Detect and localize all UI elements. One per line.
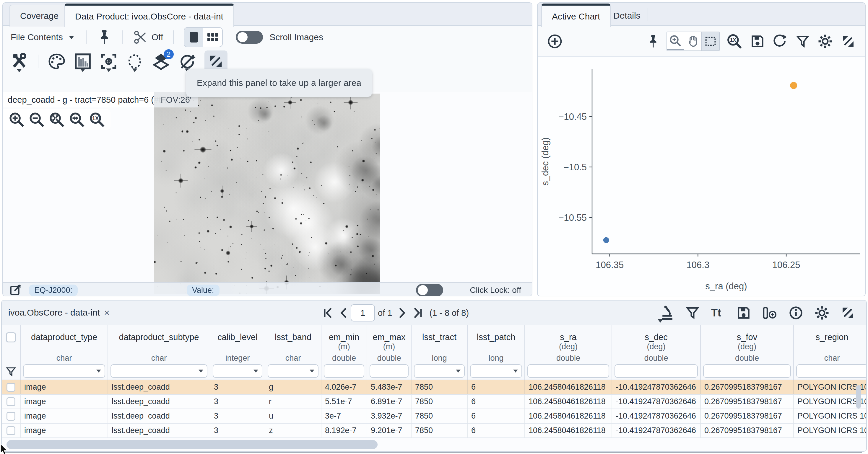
tab-coverage[interactable]: Coverage [9,5,69,27]
column-header-dataproduct_type[interactable]: dataproduct_typechar [21,325,108,380]
column-header-calib_level[interactable]: calib_levelinteger [210,325,265,380]
zoom-out-icon[interactable] [28,111,45,128]
filter-row-icon[interactable] [5,366,17,377]
column-filter-dataproduct_type[interactable] [23,364,105,378]
color-palette-icon[interactable] [48,53,66,70]
pin-chart-icon[interactable] [646,34,660,49]
click-lock-toggle[interactable] [416,284,443,296]
zoom-fill-icon[interactable] [68,111,85,128]
table-row[interactable]: imagelsst.deep_coadd3u3e-73.932e-7785061… [2,409,866,424]
column-header-lsst_patch[interactable]: lsst_patchlong [468,325,525,380]
file-contents-dropdown[interactable]: File Contents [11,32,63,42]
restore-chart-icon[interactable] [772,33,788,49]
zoom-in-icon[interactable] [8,111,25,128]
text-view-icon[interactable]: Tt [710,305,726,320]
table-row[interactable]: imagelsst.deep_coadd3r5.51e-76.891e-7785… [2,395,866,409]
row-checkbox[interactable] [6,383,16,392]
scroll-images-toggle[interactable] [236,31,263,44]
row-checkbox[interactable] [6,426,16,435]
table-row[interactable]: imagelsst.deep_coadd3g4.026e-75.483e-778… [2,380,866,395]
crop-scissors-icon[interactable] [133,30,148,45]
column-filter-lsst_patch[interactable] [470,364,522,378]
column-header-em_min[interactable]: em_min(m)double [321,325,367,380]
column-header-em_max[interactable]: em_max(m)double [367,325,411,380]
table-vertical-scrollbar[interactable] [856,385,861,409]
select-all-checkbox[interactable] [6,332,16,343]
column-filter-s_ra[interactable] [527,364,609,378]
layers-icon[interactable]: 2 [152,52,170,70]
column-header-s_ra[interactable]: s_ra(deg)double [525,325,612,380]
scatter-chart[interactable]: 106.35106.3106.25−10.45−10.5−10.55s_ra (… [538,57,865,296]
table-tab-label[interactable]: ivoa.ObsCore - data-int [8,307,100,318]
chart-mode-switch [666,32,720,51]
fits-image-viewer[interactable]: deep_coadd - g - tract=7850 patch=6 (#t…… [3,92,532,296]
image-title: deep_coadd - g - tract=7850 patch=6 (#t… [3,92,174,107]
row-checkbox[interactable] [6,397,16,406]
last-page-icon[interactable] [413,307,423,319]
save-chart-icon[interactable] [750,34,765,49]
chart-zoom-original-icon[interactable]: 1X [726,33,743,50]
column-header-s_region[interactable]: s_regionchar [794,325,867,380]
column-filter-s_dec[interactable] [615,364,698,378]
first-page-icon[interactable] [322,307,333,319]
save-table-icon[interactable] [736,305,751,321]
expand-readout-icon[interactable] [9,283,23,296]
column-filter-calib_level[interactable] [213,364,262,378]
expand-table-icon[interactable] [840,305,856,321]
fits-image[interactable] [154,94,380,294]
coordinate-readout[interactable]: EQ-J2000: [29,285,78,296]
chevron-down-icon[interactable] [67,33,76,42]
column-filter-dataproduct_subtype[interactable] [111,364,208,378]
tab-active-chart-label: Active Chart [552,11,600,22]
tools-icon[interactable] [10,52,28,70]
pin-icon[interactable] [97,29,112,46]
table-row[interactable]: imagelsst.deep_coadd3z8.192e-79.201e-778… [2,424,866,438]
tab-data-product[interactable]: Data Product: ivoa.ObsCore - data-int [64,4,234,27]
tab-active-chart[interactable]: Active Chart [541,4,611,27]
table-cell: -10.419247870362646 [612,424,701,437]
add-column-icon[interactable] [761,305,778,321]
column-filter-lsst_band[interactable] [268,364,318,378]
svg-text:106.35: 106.35 [596,260,624,270]
expand-chart-icon[interactable] [840,33,856,49]
chart-pan-mode-button[interactable] [684,32,701,51]
stretch-histogram-icon[interactable] [74,53,92,70]
rotate-off-icon[interactable] [179,53,196,70]
value-readout[interactable]: Value: [187,285,219,296]
zoom-fit-icon[interactable] [48,111,65,128]
highlighted-row-point[interactable] [790,82,797,89]
close-table-icon[interactable]: × [104,307,110,318]
column-header-s_fov[interactable]: s_fov(deg)double [701,325,794,380]
next-page-icon[interactable] [398,307,407,319]
single-image-view-button[interactable] [184,28,203,46]
info-icon[interactable] [788,305,804,321]
table-point[interactable] [603,237,609,243]
chart-zoom-mode-button[interactable] [666,32,684,50]
center-on-icon[interactable] [100,53,118,70]
previous-page-icon[interactable] [339,307,348,319]
page-number-input[interactable] [351,304,375,321]
column-filter-s_region[interactable] [796,364,867,378]
add-chart-icon[interactable] [547,33,563,50]
column-header-lsst_band[interactable]: lsst_bandchar [265,325,321,380]
grid-image-view-button[interactable] [203,28,222,46]
select-region-icon[interactable] [126,53,144,70]
zoom-1x-icon[interactable]: 1X [88,111,105,128]
data-product-panel: Coverage Data Product: ivoa.ObsCore - da… [2,2,532,296]
column-header-lsst_tract[interactable]: lsst_tractlong [411,325,468,380]
chart-select-mode-button[interactable] [701,32,719,51]
column-filter-s_fov[interactable] [703,364,791,378]
column-header-dataproduct_subtype[interactable]: dataproduct_subtypechar [108,325,210,380]
column-header-s_dec[interactable]: s_dec(deg)double [612,325,701,380]
column-filter-em_min[interactable] [324,364,364,378]
column-filter-lsst_tract[interactable] [414,364,465,378]
filter-table-icon[interactable] [685,305,700,320]
inspect-icon[interactable] [659,305,675,321]
table-settings-icon[interactable] [814,305,830,321]
table-horizontal-scrollbar[interactable] [2,437,866,451]
chart-settings-icon[interactable] [817,33,833,49]
horizontal-scrollbar-thumb[interactable] [6,440,378,449]
filter-chart-icon[interactable] [795,34,810,49]
row-checkbox[interactable] [6,412,16,421]
column-filter-em_max[interactable] [370,364,409,378]
